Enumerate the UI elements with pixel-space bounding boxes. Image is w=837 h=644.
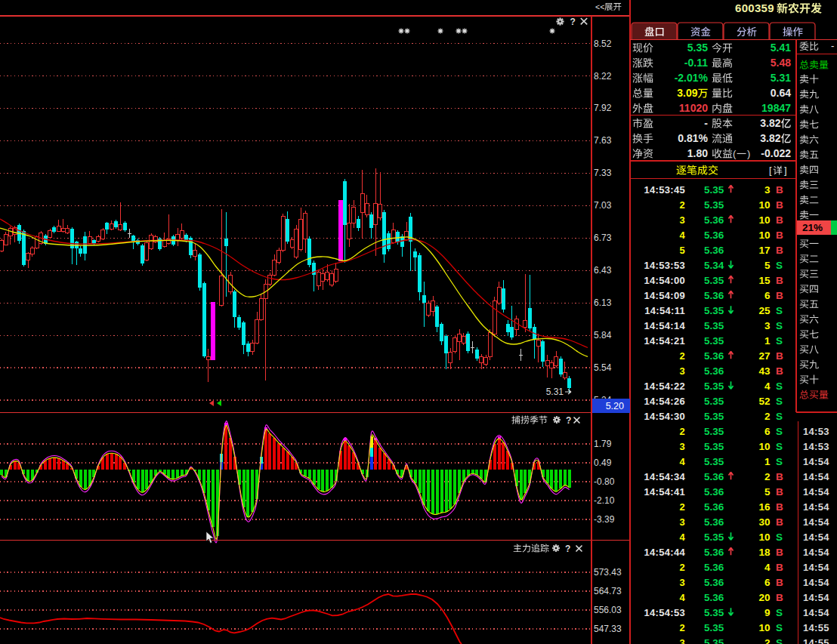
svg-text:7.33: 7.33	[594, 168, 612, 178]
svg-text:?: ?	[566, 415, 571, 426]
svg-text:14:54: 14:54	[803, 592, 829, 603]
svg-text:14:55: 14:55	[803, 622, 829, 633]
svg-text:B: B	[776, 184, 783, 196]
svg-text:0.64: 0.64	[771, 87, 791, 99]
svg-text:S: S	[776, 335, 783, 347]
svg-text:5.20: 5.20	[606, 401, 624, 411]
svg-text:3.09: 3.09	[677, 87, 697, 99]
svg-text:10: 10	[758, 230, 770, 241]
svg-text:B: B	[776, 592, 783, 603]
svg-text:B: B	[776, 245, 783, 256]
svg-text:2: 2	[679, 562, 685, 573]
svg-text:14:54:09: 14:54:09	[644, 290, 685, 301]
svg-text:1.79: 1.79	[594, 439, 612, 449]
svg-text:5.36: 5.36	[704, 365, 724, 377]
svg-text:27: 27	[758, 350, 770, 362]
svg-text:?: ?	[565, 544, 570, 554]
svg-text:5.31: 5.31	[546, 387, 564, 397]
svg-text:S: S	[776, 260, 783, 271]
svg-text:-: -	[704, 117, 708, 129]
svg-text:14:54: 14:54	[803, 471, 829, 482]
svg-text:2: 2	[764, 471, 771, 482]
svg-text:5.35: 5.35	[704, 622, 724, 633]
svg-text:5.36: 5.36	[704, 350, 724, 362]
svg-text:2: 2	[764, 637, 771, 644]
svg-text:S: S	[776, 305, 783, 316]
svg-text:7.03: 7.03	[594, 200, 612, 211]
svg-text:600359: 600359	[735, 2, 774, 14]
svg-text:14:54:34: 14:54:34	[644, 471, 686, 482]
svg-text:43: 43	[758, 365, 771, 377]
svg-text:14:54: 14:54	[803, 501, 829, 513]
svg-text:S: S	[776, 411, 783, 422]
svg-text:4: 4	[679, 532, 685, 543]
svg-text:5.36: 5.36	[704, 562, 724, 573]
svg-text:6: 6	[764, 577, 771, 588]
svg-text:3: 3	[679, 214, 685, 226]
svg-text:17: 17	[758, 245, 770, 256]
svg-text:573.43: 573.43	[594, 567, 622, 578]
svg-text:14:54:14: 14:54:14	[644, 320, 686, 331]
svg-text:5.35: 5.35	[704, 441, 724, 452]
svg-text:5.35: 5.35	[704, 396, 724, 407]
svg-text:8.22: 8.22	[594, 71, 612, 82]
svg-text:3: 3	[679, 516, 685, 528]
svg-text:3.82: 3.82	[760, 132, 780, 144]
svg-text:14:54: 14:54	[803, 486, 829, 498]
svg-text:5.36: 5.36	[704, 230, 724, 241]
svg-text:14:54: 14:54	[803, 577, 829, 588]
svg-text:14:53: 14:53	[803, 426, 829, 437]
svg-text:?: ?	[570, 17, 576, 27]
svg-text:-: -	[831, 40, 834, 51]
svg-text:3: 3	[679, 365, 685, 377]
svg-text:-3.39: -3.39	[594, 514, 615, 525]
svg-text:S: S	[776, 396, 783, 407]
svg-text:5.41: 5.41	[771, 42, 791, 54]
svg-text:7.63: 7.63	[594, 135, 612, 146]
svg-text:30: 30	[758, 516, 770, 528]
svg-text:5.35: 5.35	[704, 411, 724, 422]
svg-text:<<: <<	[595, 2, 604, 11]
svg-text:S: S	[776, 532, 783, 543]
svg-text:6: 6	[764, 426, 771, 437]
svg-text:14:54:11: 14:54:11	[644, 305, 685, 316]
svg-text:5.35: 5.35	[687, 42, 708, 54]
svg-text:5.35: 5.35	[704, 320, 724, 331]
svg-text:S: S	[776, 622, 783, 633]
svg-text:-2.10: -2.10	[594, 495, 615, 506]
svg-text:B: B	[776, 577, 783, 588]
svg-text:5.36: 5.36	[704, 516, 724, 528]
svg-text:B: B	[776, 486, 783, 498]
svg-text:5: 5	[764, 486, 771, 498]
svg-text:B: B	[776, 501, 783, 513]
svg-text:[: [	[769, 165, 772, 176]
svg-text:14:54: 14:54	[803, 456, 829, 467]
svg-text:5.35: 5.35	[704, 199, 724, 211]
svg-text:B: B	[776, 214, 783, 226]
svg-text:52: 52	[758, 396, 770, 407]
svg-text:6: 6	[764, 290, 771, 301]
svg-text:5.36: 5.36	[704, 501, 724, 513]
svg-text:14:53: 14:53	[803, 441, 829, 452]
svg-text:3: 3	[764, 184, 771, 196]
svg-text:5.35: 5.35	[704, 305, 724, 316]
svg-text:]: ]	[784, 165, 787, 176]
svg-text:5.35: 5.35	[704, 275, 724, 286]
svg-text:5.54: 5.54	[594, 362, 612, 373]
svg-text:6.13: 6.13	[594, 297, 612, 308]
svg-text:10: 10	[758, 199, 770, 211]
svg-text:9: 9	[764, 607, 771, 618]
svg-text:1: 1	[764, 335, 771, 347]
svg-text:S: S	[776, 441, 783, 452]
svg-text:16: 16	[758, 501, 771, 513]
svg-text:(: (	[733, 148, 737, 159]
svg-text:14:53:53: 14:53:53	[644, 260, 685, 271]
svg-text:10: 10	[758, 532, 770, 543]
svg-text:5: 5	[679, 245, 685, 256]
svg-text:7.92: 7.92	[594, 103, 612, 113]
svg-text:S: S	[776, 320, 783, 331]
svg-text:20: 20	[758, 592, 770, 603]
svg-text:14:54:44: 14:54:44	[644, 547, 686, 558]
svg-text:14:54:26: 14:54:26	[644, 396, 685, 407]
svg-text:3.82: 3.82	[760, 117, 780, 129]
